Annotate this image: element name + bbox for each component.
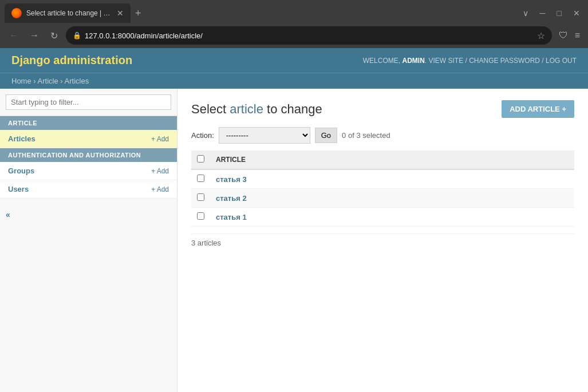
add-article-button[interactable]: ADD ARTICLE + — [502, 100, 574, 118]
content-header: Select article to change ADD ARTICLE + — [191, 100, 574, 118]
dropdown-button[interactable]: ∨ — [519, 7, 532, 19]
table-row: статья 1 — [191, 208, 574, 227]
app-title: Django administration — [11, 54, 132, 67]
active-tab[interactable]: Select article to change | Django sit ✕ — [5, 3, 131, 23]
row-checkbox-cell — [191, 208, 210, 227]
row-checkbox-cell — [191, 189, 210, 208]
maximize-button[interactable]: □ — [554, 7, 565, 19]
django-header: Django administration WELCOME, ADMIN. VI… — [0, 48, 588, 73]
sidebar-item-users[interactable]: Users + Add — [0, 180, 177, 199]
django-admin-app: Django administration WELCOME, ADMIN. VI… — [0, 48, 588, 392]
change-password-link[interactable]: CHANGE PASSWORD — [469, 57, 540, 65]
action-select[interactable]: --------- — [219, 127, 310, 144]
breadcrumb-home[interactable]: Home — [11, 77, 31, 85]
action-bar: Action: --------- Go 0 of 3 selected — [191, 127, 574, 144]
close-button[interactable]: ✕ — [570, 7, 583, 19]
select-all-checkbox[interactable] — [197, 155, 204, 163]
window-controls: ∨ ─ □ ✕ — [519, 7, 583, 19]
selected-count: 0 of 3 selected — [342, 131, 390, 140]
page-title: Select article to change — [191, 102, 322, 117]
view-site-link[interactable]: VIEW SITE — [428, 57, 463, 65]
main-content: Select article to change ADD ARTICLE + A… — [177, 89, 588, 392]
breadcrumb-current: Articles — [65, 77, 89, 85]
article-link-1[interactable]: статья 2 — [216, 194, 247, 203]
action-label: Action: — [191, 131, 214, 140]
table-header-article: ARTICLE — [210, 151, 574, 169]
breadcrumb-bar: Home › Article › Articles — [0, 73, 588, 89]
table-row: статья 2 — [191, 189, 574, 208]
article-link-2[interactable]: статья 1 — [216, 213, 247, 221]
sidebar-item-articles[interactable]: Articles + Add — [0, 130, 177, 148]
tab-title: Select article to change | Django sit — [26, 9, 112, 17]
sidebar-filter-input[interactable] — [6, 94, 171, 110]
url-text: 127.0.0.1:8000/admin/article/article/ — [85, 31, 534, 40]
sidebar-groups-add[interactable]: + Add — [151, 167, 169, 175]
sidebar-articles-add[interactable]: + Add — [151, 135, 169, 143]
sidebar-item-groups[interactable]: Groups + Add — [0, 162, 177, 180]
sidebar-collapse-button[interactable]: « — [0, 199, 177, 231]
main-layout: ARTICLE Articles + Add AUTHENTICATION AN… — [0, 89, 588, 392]
table-select-all-header — [191, 151, 210, 169]
article-link-0[interactable]: статья 3 — [216, 175, 247, 184]
security-icon: 🔒 — [73, 31, 81, 39]
sidebar-groups-link[interactable]: Groups — [8, 167, 34, 175]
sidebar-section-article: ARTICLE — [0, 116, 177, 130]
minimize-button[interactable]: ─ — [536, 7, 549, 19]
action-go-button[interactable]: Go — [315, 128, 337, 143]
log-out-link[interactable]: LOG OUT — [546, 57, 577, 65]
table-row: статья 3 — [191, 169, 574, 189]
article-count: 3 articles — [191, 233, 574, 247]
row-article-title-cell: статья 3 — [210, 169, 574, 189]
sidebar-users-add[interactable]: + Add — [151, 185, 169, 193]
forward-button[interactable]: → — [26, 28, 42, 43]
firefox-icon — [11, 8, 22, 18]
sidebar: ARTICLE Articles + Add AUTHENTICATION AN… — [0, 89, 177, 392]
tab-close-button[interactable]: ✕ — [117, 9, 124, 18]
new-tab-button[interactable]: + — [131, 7, 146, 19]
reload-button[interactable]: ↻ — [47, 28, 61, 43]
row-article-title-cell: статья 1 — [210, 208, 574, 227]
article-table: ARTICLE статья 3 статья 2 — [191, 151, 574, 227]
sidebar-filter-container — [0, 89, 177, 116]
address-bar[interactable]: 🔒 127.0.0.1:8000/admin/article/article/ … — [66, 26, 552, 45]
back-button[interactable]: ← — [6, 28, 22, 43]
breadcrumb-article[interactable]: Article — [38, 77, 58, 85]
bookmark-icon[interactable]: ☆ — [537, 30, 545, 41]
shield-icon[interactable]: 🛡 — [557, 28, 570, 43]
sidebar-articles-link[interactable]: Articles — [8, 134, 35, 143]
sidebar-users-link[interactable]: Users — [8, 185, 29, 193]
toolbar-icons: 🛡 ≡ — [557, 28, 582, 43]
row-checkbox-1[interactable] — [197, 193, 204, 201]
row-checkbox-0[interactable] — [197, 175, 204, 182]
sidebar-section-auth: AUTHENTICATION AND AUTHORIZATION — [0, 148, 177, 162]
row-article-title-cell: статья 2 — [210, 189, 574, 208]
breadcrumb: Home › Article › Articles — [11, 77, 577, 85]
user-info: WELCOME, ADMIN. VIEW SITE / CHANGE PASSW… — [363, 57, 577, 65]
page-title-em: article — [230, 102, 263, 116]
menu-icon[interactable]: ≡ — [573, 28, 582, 43]
row-checkbox-cell — [191, 169, 210, 189]
row-checkbox-2[interactable] — [197, 212, 204, 220]
